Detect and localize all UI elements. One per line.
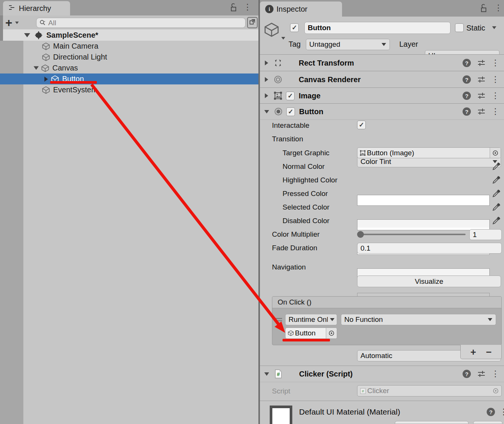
foldout-closed-icon[interactable] xyxy=(44,77,48,82)
add-event-button[interactable]: + xyxy=(470,348,476,356)
component-menu-icon[interactable]: ⋮ xyxy=(491,92,499,100)
tree-item-label: EventSystem xyxy=(53,86,98,94)
tree-item-label: Canvas xyxy=(52,64,78,72)
highlighted-color-swatch[interactable] xyxy=(357,219,490,230)
eyedropper-icon[interactable] xyxy=(492,175,501,186)
hierarchy-tree-bg xyxy=(3,41,259,424)
scene-picker-button[interactable] xyxy=(247,17,258,28)
component-clicker-script[interactable]: # Clicker (Script) ? ⋮ xyxy=(260,366,504,382)
foldout-open-icon[interactable] xyxy=(264,110,269,113)
material-field-partial[interactable] xyxy=(473,421,502,424)
object-picker-icon[interactable] xyxy=(492,387,499,394)
remove-event-button[interactable]: − xyxy=(486,348,492,356)
search-icon xyxy=(40,20,46,26)
target-graphic-value: Button (Image) xyxy=(367,149,414,157)
foldout-open-icon[interactable] xyxy=(264,372,269,376)
tree-item-button[interactable]: Button xyxy=(0,73,259,84)
script-field[interactable]: # Clicker xyxy=(357,385,502,396)
event-target-field[interactable]: Button xyxy=(285,328,337,339)
object-picker-icon[interactable] xyxy=(490,148,501,158)
presets-icon[interactable] xyxy=(477,75,486,84)
component-enabled-checkbox[interactable]: ✓ xyxy=(286,92,295,100)
component-menu-icon[interactable]: ⋮ xyxy=(491,107,499,116)
help-icon[interactable]: ? xyxy=(463,370,471,378)
interactable-checkbox[interactable]: ✓ xyxy=(357,121,366,129)
foldout-closed-icon[interactable] xyxy=(265,93,268,98)
target-graphic-field[interactable]: Button (Image) xyxy=(357,147,501,158)
chevron-down-icon xyxy=(488,318,492,321)
tree-item-canvas[interactable]: Canvas xyxy=(23,63,259,73)
tab-hierarchy[interactable]: Hierarchy xyxy=(3,1,70,15)
normal-color-swatch[interactable] xyxy=(357,195,490,206)
eyedropper-icon[interactable] xyxy=(492,162,501,172)
normal-color-label: Normal Color xyxy=(283,162,325,171)
eyedropper-icon[interactable] xyxy=(492,189,501,199)
foldout-closed-icon[interactable] xyxy=(265,77,268,82)
foldout-open-icon[interactable] xyxy=(34,66,39,70)
help-icon[interactable]: ? xyxy=(487,408,495,416)
help-icon[interactable]: ? xyxy=(463,92,471,100)
color-multiplier-field[interactable]: 1 xyxy=(469,229,502,240)
tree-item-label: Directional Light xyxy=(53,53,107,61)
material-preview-thumbnail[interactable] xyxy=(270,406,292,424)
on-click-header[interactable]: On Click () xyxy=(272,297,501,308)
scene-name: SampleScene* xyxy=(46,31,98,40)
tag-dropdown[interactable]: Untagged xyxy=(306,39,390,50)
event-mode-value: Runtime Only xyxy=(289,315,328,324)
slider-knob[interactable] xyxy=(357,231,364,238)
component-menu-icon[interactable]: ⋮ xyxy=(491,370,499,378)
hierarchy-menu-icon[interactable]: ⋮ xyxy=(243,3,252,11)
navigation-label: Navigation xyxy=(272,263,306,271)
static-dropdown-icon[interactable] xyxy=(492,26,496,29)
gameobject-cube-icon xyxy=(41,86,50,95)
component-title: Rect Transform xyxy=(299,59,354,67)
eyedropper-icon[interactable] xyxy=(492,202,501,213)
button-component-icon xyxy=(273,107,283,116)
visualize-button[interactable]: Visualize xyxy=(357,276,501,287)
event-row: Runtime Only No Function Button xyxy=(272,308,501,345)
help-icon[interactable]: ? xyxy=(463,59,471,67)
static-checkbox[interactable] xyxy=(455,23,464,32)
inspector-lock-icon[interactable] xyxy=(478,4,488,15)
material-field-partial[interactable] xyxy=(395,421,469,424)
search-input[interactable]: All xyxy=(36,18,246,28)
tree-item-main-camera[interactable]: Main Camera xyxy=(23,41,259,52)
component-menu-icon[interactable]: ⋮ xyxy=(491,59,499,67)
component-rect-transform[interactable]: Rect Transform ? ⋮ xyxy=(260,54,504,71)
component-canvas-renderer[interactable]: Canvas Renderer ? ⋮ xyxy=(260,71,504,88)
hierarchy-lock-icon[interactable] xyxy=(228,3,238,14)
gameobject-big-cube-icon[interactable] xyxy=(263,21,280,40)
event-function-dropdown[interactable]: No Function xyxy=(341,314,496,325)
presets-icon[interactable] xyxy=(477,58,486,67)
foldout-closed-icon[interactable] xyxy=(265,61,268,66)
component-title: Image xyxy=(299,92,321,100)
inspector-menu-icon[interactable]: ⋮ xyxy=(494,4,502,12)
tab-hierarchy-label: Hierarchy xyxy=(19,4,51,13)
create-object-button[interactable]: + xyxy=(5,17,26,28)
object-picker-icon[interactable] xyxy=(326,328,337,338)
gameobject-icon-dropdown[interactable] xyxy=(281,37,285,40)
fade-duration-field[interactable]: 0.1 xyxy=(357,243,502,254)
name-field[interactable]: Button xyxy=(304,22,451,34)
presets-icon[interactable] xyxy=(477,107,486,116)
component-button[interactable]: ✓ Button ? ⋮ xyxy=(260,103,504,120)
color-multiplier-slider[interactable] xyxy=(359,234,466,235)
help-icon[interactable]: ? xyxy=(463,75,471,84)
component-enabled-checkbox[interactable]: ✓ xyxy=(286,107,295,116)
tree-item-directional-light[interactable]: Directional Light xyxy=(23,52,259,63)
active-checkbox[interactable]: ✓ xyxy=(290,23,299,32)
scene-foldout-icon[interactable] xyxy=(24,33,30,37)
scene-row[interactable]: SampleScene* xyxy=(3,29,259,41)
presets-icon[interactable] xyxy=(477,91,486,100)
tree-item-eventsystem[interactable]: EventSystem xyxy=(23,84,259,95)
component-menu-icon[interactable]: ⋮ xyxy=(491,75,499,84)
help-icon[interactable]: ? xyxy=(463,107,471,116)
presets-icon[interactable] xyxy=(477,369,486,378)
drag-handle-icon[interactable] xyxy=(275,317,283,323)
component-image[interactable]: ✓ Image ? ⋮ xyxy=(260,87,504,104)
tab-inspector[interactable]: i Inspector xyxy=(260,2,342,17)
material-menu-icon[interactable]: ⋮ xyxy=(499,408,504,416)
gameobject-cube-icon xyxy=(41,42,50,51)
eyedropper-icon[interactable] xyxy=(492,216,501,227)
event-mode-dropdown[interactable]: Runtime Only xyxy=(285,314,337,325)
